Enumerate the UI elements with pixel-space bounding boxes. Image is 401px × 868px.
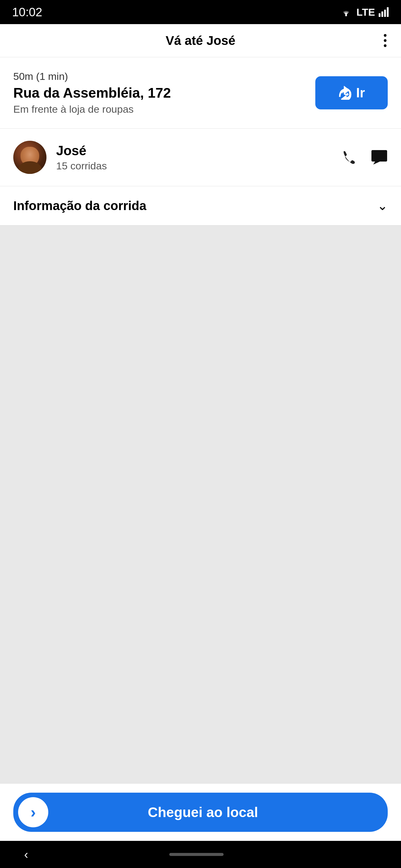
status-time: 10:02: [12, 5, 42, 19]
menu-dot-2: [384, 39, 386, 42]
ride-info-label: Informação da corrida: [13, 198, 146, 213]
svg-rect-5: [371, 150, 387, 161]
menu-dot-3: [384, 44, 386, 47]
passenger-actions: [341, 150, 388, 165]
destination-section: 50m (1 min) Rua da Assembléia, 172 Em fr…: [0, 57, 401, 129]
passenger-name: José: [56, 143, 341, 158]
passenger-section: José 15 corridas: [0, 129, 401, 186]
chevron-down-icon: ⌄: [377, 198, 388, 213]
svg-rect-3: [384, 10, 386, 17]
menu-dot-1: [384, 34, 386, 37]
app-container: Vá até José 50m (1 min) Rua da Assembléi…: [0, 24, 401, 841]
arrived-button[interactable]: › Cheguei ao local: [13, 793, 388, 832]
phone-icon: [341, 150, 356, 165]
arrived-circle: ›: [18, 797, 48, 827]
menu-button[interactable]: [384, 34, 386, 47]
status-bar: 10:02 LTE: [0, 0, 401, 24]
nav-bar: ‹: [0, 841, 401, 868]
top-bar: Vá até José: [0, 24, 401, 57]
route-icon: [338, 86, 352, 100]
signal-icon: [379, 7, 389, 17]
arrived-arrow-icon: ›: [30, 803, 36, 821]
svg-rect-4: [387, 7, 389, 17]
back-button[interactable]: ‹: [24, 848, 28, 861]
avatar-image: [13, 141, 47, 174]
message-button[interactable]: [371, 150, 388, 165]
passenger-rides-count: 15 corridas: [56, 160, 341, 172]
destination-note: Em frente à loja de roupas: [13, 103, 306, 115]
call-button[interactable]: [341, 150, 356, 165]
destination-time-distance: 50m (1 min): [13, 70, 306, 82]
go-button-label: Ir: [356, 85, 365, 100]
destination-info: 50m (1 min) Rua da Assembléia, 172 Em fr…: [13, 70, 306, 115]
lte-label: LTE: [356, 6, 375, 18]
map-area: [0, 225, 401, 783]
svg-rect-1: [379, 13, 380, 17]
message-icon: [371, 150, 388, 165]
svg-rect-2: [381, 11, 383, 17]
avatar: [13, 141, 47, 174]
status-icons: LTE: [339, 6, 389, 18]
go-button[interactable]: Ir: [315, 76, 388, 110]
arrived-label: Cheguei ao local: [48, 804, 357, 820]
bottom-action-bar: › Cheguei ao local: [0, 783, 401, 841]
passenger-details: José 15 corridas: [56, 143, 341, 172]
page-title: Vá até José: [166, 33, 235, 48]
home-indicator: [169, 853, 224, 856]
wifi-icon: [339, 7, 353, 17]
ride-info-section[interactable]: Informação da corrida ⌄: [0, 186, 401, 225]
svg-point-0: [345, 14, 347, 16]
destination-address: Rua da Assembléia, 172: [13, 85, 306, 101]
